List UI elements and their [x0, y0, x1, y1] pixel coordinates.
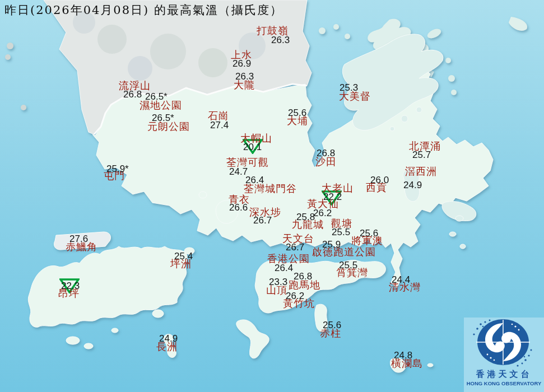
station-value: 22.3	[61, 281, 80, 291]
station-value: 25.5	[339, 260, 357, 270]
hko-logo: 香港天文台 HONG KONG OBSERVATORY	[464, 318, 544, 392]
station-value: 26.8	[123, 90, 142, 99]
station-value: 27.4	[210, 120, 229, 130]
station-value: 26.6	[229, 203, 248, 212]
station-value: 25.9	[322, 240, 341, 249]
station-value: 26.8	[294, 272, 312, 281]
station-value: 26.7	[286, 242, 304, 252]
station-value: 24.9	[403, 180, 422, 190]
station-value: 26.4	[275, 263, 293, 273]
station-value: 26.2	[286, 291, 304, 301]
hko-temperature-map: 打鼓嶺26.3上水26.9大隴26.3流浮山26.8濕地公園26.5*大美督25…	[0, 0, 544, 392]
station-value: 26.3	[271, 35, 290, 45]
hko-logo-text-zh: 香港天文台	[464, 369, 544, 380]
station-value: 26.0	[370, 175, 389, 185]
station-value: 26.5*	[145, 92, 168, 101]
station-value: 26.5*	[152, 113, 174, 123]
page-title: 昨日(2026年04月08日) 的最高氣溫（攝氏度）	[4, 2, 283, 18]
station-value: 25.6	[288, 108, 306, 118]
station-value: 25.6	[323, 320, 341, 330]
station-value: 25.7	[412, 150, 431, 160]
station-value: 26.7	[253, 216, 272, 225]
station-value: 24.4	[392, 275, 410, 284]
station-value: 26.9	[233, 59, 251, 68]
station-value: 25.5	[332, 227, 350, 237]
station-value: 25.9*	[106, 164, 129, 174]
station-value: 25.4	[174, 251, 193, 261]
station-value: 25.3	[340, 83, 358, 92]
station-value: 24.9	[159, 334, 178, 343]
station-value: 20.1	[243, 142, 262, 152]
station-name: 滘西洲	[405, 166, 437, 176]
station-value: 26.3	[235, 72, 254, 81]
hko-logo-text-en: HONG KONG OBSERVATORY	[464, 380, 544, 386]
station-value: 26.2	[313, 208, 332, 218]
station-value: 24.8	[394, 351, 412, 360]
station-value: 26.4	[245, 175, 264, 185]
station-value: 26.8	[317, 148, 335, 158]
station-labels-layer: 打鼓嶺26.3上水26.9大隴26.3流浮山26.8濕地公園26.5*大美督25…	[0, 0, 544, 392]
hko-logo-icon	[464, 318, 544, 367]
station-value: 27.6	[69, 234, 88, 244]
station-value: 25.6	[360, 228, 378, 238]
station-value: 25.8	[296, 212, 315, 222]
station-value: 23.3	[269, 277, 287, 287]
